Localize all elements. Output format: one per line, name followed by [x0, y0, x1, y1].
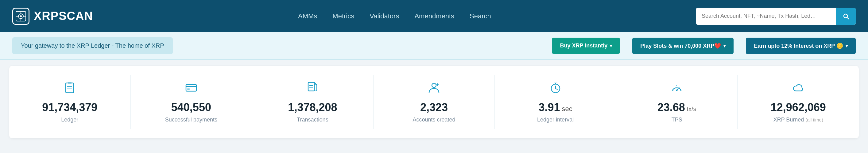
document-icon: [306, 81, 319, 97]
stat-ledger: 91,734,379 Ledger: [9, 75, 131, 129]
nav-amendments[interactable]: Amendments: [414, 12, 454, 20]
navbar: XRPSCAN AMMs Metrics Validators Amendmen…: [0, 0, 868, 32]
ledger-label: Ledger: [61, 117, 78, 123]
timer-icon: [549, 81, 562, 97]
accounts-value: 2,323: [420, 101, 448, 114]
chevron-down-icon: ▾: [846, 43, 848, 48]
payments-label: Successful payments: [165, 117, 217, 123]
credit-card-icon: [184, 81, 198, 97]
tagline: Your gateway to the XRP Ledger - The hom…: [12, 37, 173, 54]
brand-name: XRPSCAN: [34, 9, 93, 23]
tps-value: 23.68 tx/s: [657, 101, 696, 114]
xrp-burned-value: 12,962,069: [771, 101, 826, 114]
nav-search[interactable]: Search: [470, 12, 491, 20]
earn-interest-button[interactable]: Earn upto 12% Interest on XRP 🪙 ▾: [746, 38, 856, 54]
person-icon: [427, 81, 441, 97]
search-button[interactable]: [836, 8, 856, 25]
search-input[interactable]: [696, 8, 836, 25]
nav-amms[interactable]: AMMs: [298, 12, 317, 20]
logo-icon: [12, 8, 29, 25]
svg-rect-8: [68, 82, 71, 84]
cloud-icon: [792, 81, 805, 97]
svg-point-30: [676, 90, 678, 91]
chevron-down-icon: ▾: [723, 43, 725, 48]
gauge-icon: [670, 81, 684, 97]
transactions-value: 1,378,208: [288, 101, 337, 114]
clipboard-icon: [63, 81, 76, 97]
stat-ledger-interval: 3.91 sec Ledger interval: [495, 75, 616, 129]
stat-payments: 540,550 Successful payments: [131, 75, 252, 129]
nav-links: AMMs Metrics Validators Amendments Searc…: [112, 12, 678, 20]
nav-metrics[interactable]: Metrics: [332, 12, 354, 20]
svg-rect-14: [187, 88, 190, 90]
buy-xrp-button[interactable]: Buy XRP Instantly ▾: [552, 38, 620, 54]
chevron-down-icon: ▾: [610, 43, 612, 48]
stat-tps: 23.68 tx/s TPS: [616, 75, 738, 129]
stats-section: 91,734,379 Ledger 540,550 Successful pay…: [9, 66, 859, 138]
subheader: Your gateway to the XRP Ledger - The hom…: [0, 32, 868, 60]
xrp-burned-label: XRP Burned (all time): [773, 117, 823, 123]
ledger-interval-label: Ledger interval: [537, 117, 574, 123]
ledger-interval-value: 3.91 sec: [538, 101, 572, 114]
transactions-label: Transactions: [297, 117, 328, 123]
svg-point-20: [432, 83, 436, 87]
search-icon: [842, 12, 849, 20]
search-area: [696, 8, 856, 25]
nav-validators[interactable]: Validators: [370, 12, 399, 20]
svg-rect-12: [186, 84, 196, 91]
svg-rect-15: [308, 82, 314, 91]
svg-point-2: [20, 15, 22, 17]
ledger-value: 91,734,379: [42, 101, 97, 114]
svg-point-28: [555, 88, 556, 89]
stat-xrp-burned: 12,962,069 XRP Burned (all time): [738, 75, 859, 129]
logo-area: XRPSCAN: [12, 8, 93, 25]
stat-transactions: 1,378,208 Transactions: [252, 75, 374, 129]
tps-label: TPS: [672, 117, 682, 123]
stat-accounts: 2,323 Accounts created: [374, 75, 495, 129]
payments-value: 540,550: [171, 101, 211, 114]
accounts-label: Accounts created: [412, 117, 455, 123]
play-slots-button[interactable]: Play Slots & win 70,000 XRP❤️ ▾: [632, 38, 734, 54]
